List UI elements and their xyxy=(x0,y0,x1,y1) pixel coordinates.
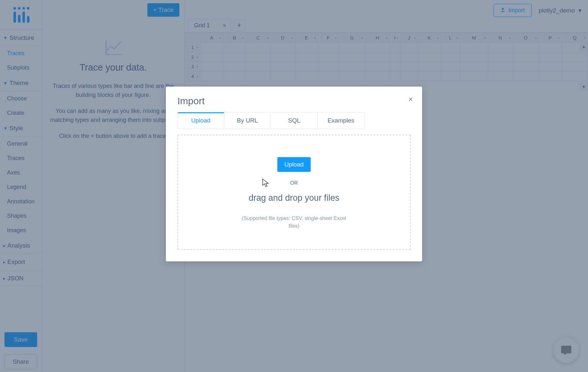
import-modal: Import × Upload By URL SQL Examples Uplo… xyxy=(166,87,422,261)
upload-button[interactable]: Upload xyxy=(277,157,311,172)
or-text: OR xyxy=(191,180,397,186)
supported-filetypes: (Supported file types: CSV, single-sheet… xyxy=(236,215,352,230)
modal-tab-sql[interactable]: SQL xyxy=(271,112,318,129)
modal-title: Import xyxy=(177,96,411,106)
close-icon[interactable]: × xyxy=(408,94,413,104)
modal-tab-examples[interactable]: Examples xyxy=(318,112,364,129)
file-dropzone[interactable]: Upload OR drag and drop your files (Supp… xyxy=(177,135,411,250)
modal-tab-byurl[interactable]: By URL xyxy=(224,112,271,129)
drag-text: drag and drop your files xyxy=(191,193,397,203)
modal-tab-upload[interactable]: Upload xyxy=(177,112,224,129)
modal-overlay[interactable]: Import × Upload By URL SQL Examples Uplo… xyxy=(0,0,588,372)
